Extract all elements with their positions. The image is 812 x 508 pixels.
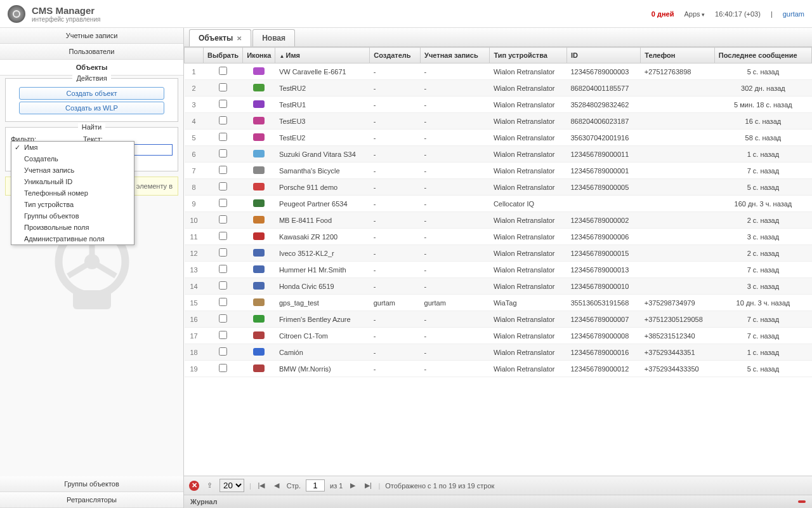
export-button[interactable]: ⇪ [204,481,214,491]
row-checkbox[interactable] [219,347,227,356]
filter-option[interactable]: Тип устройства [11,199,134,210]
apps-menu[interactable]: Apps [684,10,705,18]
table-row[interactable]: 3TestRU1--Wialon Retranslator35284802983… [185,97,812,113]
row-checkbox[interactable] [219,133,227,141]
table-row[interactable]: 14Honda Civic 6519--Wialon Retranslator1… [185,278,812,295]
cell-account: gurtam [421,295,490,311]
row-checkbox[interactable] [219,166,227,174]
journal-bar[interactable]: Журнал [184,495,812,508]
column-header[interactable]: ID [567,48,641,64]
row-checkbox[interactable] [219,67,227,75]
row-checkbox[interactable] [219,314,227,323]
create-object-button[interactable]: Создать объект [19,87,165,100]
row-index: 3 [185,97,204,113]
minimize-icon[interactable] [798,500,806,503]
table-row[interactable]: 8Porsche 911 demo--Wialon Retranslator12… [185,179,812,196]
filter-option[interactable]: Учетная запись [11,164,134,176]
column-header[interactable]: Выбрать [204,48,243,64]
sidebar-footer-item[interactable]: Ретрансляторы [0,492,183,508]
table-row[interactable]: 12Iveco 3512-KL2_r--Wialon Retranslator1… [185,245,812,262]
row-checkbox[interactable] [219,149,227,157]
cell-id: 868204001185577 [567,80,641,97]
delete-button[interactable]: ✕ [189,481,199,491]
filter-option[interactable]: Группы объектов [11,210,134,222]
page-size-select[interactable]: 20 [219,479,244,492]
column-header[interactable]: Имя [275,48,370,64]
cell-creator: - [370,328,421,344]
close-icon[interactable]: ✕ [237,35,242,42]
nav-item-2[interactable]: Объекты [0,60,183,76]
cell-phone [641,229,715,245]
days-remaining[interactable]: 0 дней [652,10,674,18]
column-header[interactable]: Тип устройства [490,48,567,64]
table-row[interactable]: 7Samantha's Bicycle--Wialon Retranslator… [185,163,812,179]
row-checkbox[interactable] [219,83,227,91]
cell-last: 7 с. назад [714,311,811,328]
table-row[interactable]: 15gps_tag_testgurtamgurtamWiaTag35513605… [185,295,812,311]
table-row[interactable]: 18Camión--Wialon Retranslator12345678900… [185,344,812,361]
column-header[interactable]: Учетная запись [421,48,490,64]
tab[interactable]: Объекты✕ [189,29,251,46]
cell-last: 10 дн. 3 ч. назад [714,295,811,311]
row-checkbox[interactable] [219,215,227,224]
table-row[interactable]: 5TestEU2--Wialon Retranslator35630704200… [185,130,812,146]
table-row[interactable]: 17Citroen C1-Tom--Wialon Retranslator123… [185,328,812,344]
row-checkbox[interactable] [219,199,227,207]
journal-label: Журнал [190,498,217,505]
table-row[interactable]: 6Suzuki Grand Vitara S34--Wialon Retrans… [185,146,812,163]
row-checkbox[interactable] [219,281,227,290]
filter-option[interactable]: Телефонный номер [11,187,134,199]
table-row[interactable]: 16Frimen's Bentley Azure--Wialon Retrans… [185,311,812,328]
row-checkbox[interactable] [219,298,227,306]
cell-account: - [421,64,490,80]
tab[interactable]: Новая [252,29,295,46]
filter-option[interactable]: Уникальный ID [11,176,134,187]
row-checkbox[interactable] [219,331,227,339]
row-checkbox[interactable] [219,182,227,190]
cell-devtype: Wialon Retranslator [490,97,567,113]
nav-item-0[interactable]: Учетные записи [0,28,183,44]
app-title: CMS Manager [32,5,100,16]
nav-item-1[interactable]: Пользователи [0,44,183,60]
column-header[interactable] [185,48,204,64]
cell-account: - [421,179,490,196]
row-checkbox[interactable] [219,248,227,257]
first-page-button[interactable]: |◀ [256,481,266,491]
create-from-wlp-button[interactable]: Создать из WLP [19,102,165,114]
table-row[interactable]: 10MB E-8411 Food--Wialon Retranslator123… [185,212,812,229]
table-row[interactable]: 9Peugeot Partner 6534--Cellocator IQ160 … [185,196,812,212]
row-checkbox[interactable] [219,232,227,240]
cell-devtype: Wialon Retranslator [490,229,567,245]
row-checkbox[interactable] [219,364,227,372]
sidebar-footer-item[interactable]: Группы объектов [0,476,183,492]
table-row[interactable]: 1VW Caravelle E-6671--Wialon Retranslato… [185,64,812,80]
column-header[interactable]: Иконка [243,48,275,64]
column-header[interactable]: Последнее сообщение [714,48,811,64]
table-row[interactable]: 2TestRU2--Wialon Retranslator86820400118… [185,80,812,97]
row-checkbox[interactable] [219,265,227,273]
cell-account: - [421,130,490,146]
filter-option[interactable]: Произвольные поля [11,222,134,233]
vehicle-icon [253,331,265,339]
row-checkbox[interactable] [219,100,227,108]
table-row[interactable]: 4TestEU3--Wialon Retranslator86820400602… [185,113,812,130]
prev-page-button[interactable]: ◀ [272,481,282,491]
next-page-button[interactable]: ▶ [348,481,358,491]
last-page-button[interactable]: ▶| [363,481,373,491]
filter-dropdown[interactable]: ИмяСоздательУчетная записьУникальный IDТ… [11,141,134,245]
page-input[interactable] [306,479,325,491]
column-header[interactable]: Создатель [370,48,421,64]
cell-phone [641,97,715,113]
table-row[interactable]: 11Kawasaki ZR 1200--Wialon Retranslator1… [185,229,812,245]
objects-table-wrap[interactable]: ВыбратьИконкаИмяСоздательУчетная записьТ… [184,47,812,476]
filter-option[interactable]: Создатель [11,153,134,164]
table-row[interactable]: 19BMW (Mr.Norris)--Wialon Retranslator12… [185,361,812,377]
row-checkbox[interactable] [219,116,227,124]
filter-option[interactable]: Имя [11,142,134,153]
filter-option[interactable]: Административные поля [11,233,134,244]
table-row[interactable]: 13Hummer H1 Mr.Smith--Wialon Retranslato… [185,262,812,278]
cell-creator: - [370,361,421,377]
cell-last: 16 с. назад [714,113,811,130]
user-menu[interactable]: gurtam [783,10,804,18]
column-header[interactable]: Телефон [641,48,715,64]
